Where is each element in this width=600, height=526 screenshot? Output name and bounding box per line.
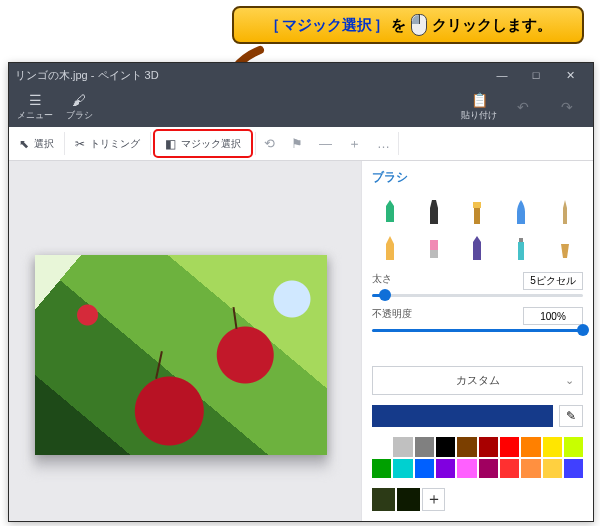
opacity-input[interactable] (523, 307, 583, 325)
menu-label: メニュー (17, 109, 53, 122)
more-button[interactable]: … (369, 127, 398, 160)
magic-select-icon: ◧ (165, 137, 176, 151)
color-swatch[interactable] (415, 437, 434, 456)
svg-rect-2 (386, 244, 394, 260)
color-swatch[interactable] (543, 437, 562, 456)
zoom-in-button[interactable]: ＋ (340, 127, 369, 160)
color-swatch[interactable] (397, 488, 420, 511)
paint3d-window: リンゴの木.jpg - ペイント 3D — □ ✕ ☰ メニュー 🖌 ブラシ 📋… (8, 62, 594, 522)
callout-bracket-open: ［ (265, 16, 280, 35)
color-swatch[interactable] (479, 459, 498, 478)
brush-eraser[interactable] (416, 232, 452, 262)
opacity-thumb[interactable] (577, 324, 589, 336)
canvas-image[interactable] (35, 255, 327, 455)
close-button[interactable]: ✕ (553, 63, 587, 87)
thickness-thumb[interactable] (379, 289, 391, 301)
thickness-input[interactable] (523, 272, 583, 290)
svg-rect-5 (518, 242, 524, 260)
select-label: 選択 (34, 137, 54, 151)
thickness-label: 太さ (372, 272, 392, 290)
color-swatch[interactable] (521, 459, 540, 478)
eyedropper-icon: ✎ (566, 409, 576, 423)
color-swatch[interactable] (436, 459, 455, 478)
separator (150, 132, 151, 155)
color-preview-row: ✎ (372, 405, 583, 427)
custom-dropdown[interactable]: カスタム (372, 366, 583, 395)
crop-button[interactable]: ✂ トリミング (65, 127, 150, 160)
color-swatch[interactable] (415, 459, 434, 478)
canvas-area[interactable] (9, 161, 361, 521)
plus-icon: ＋ (348, 135, 361, 153)
brush-pencil[interactable] (372, 232, 408, 262)
color-swatch[interactable] (457, 459, 476, 478)
current-color-preview[interactable] (372, 405, 553, 427)
brush-calligraphy[interactable] (416, 196, 452, 226)
opacity-block: 不透明度 (372, 307, 583, 332)
select-button[interactable]: ⬉ 選択 (9, 127, 64, 160)
callout-magic-select-text: マジック選択 (282, 16, 372, 35)
thickness-slider[interactable] (372, 294, 583, 297)
zoom-out-button[interactable]: — (311, 127, 340, 160)
brush-spray[interactable] (503, 232, 539, 262)
rotate-icon: ⟲ (264, 136, 275, 151)
color-swatch[interactable] (521, 437, 540, 456)
color-swatch[interactable] (479, 437, 498, 456)
window-title: リンゴの木.jpg - ペイント 3D (15, 68, 485, 83)
brush-tool-label: ブラシ (66, 109, 93, 122)
brush-tool-button[interactable]: 🖌 ブラシ (57, 87, 101, 127)
color-swatch[interactable] (436, 437, 455, 456)
menu-button[interactable]: ☰ メニュー (13, 87, 57, 127)
brush-marker[interactable] (372, 196, 408, 226)
redo-button[interactable]: ↷ (545, 87, 589, 127)
color-swatch[interactable] (372, 488, 395, 511)
color-swatch[interactable] (393, 437, 412, 456)
rotate-button[interactable]: ⟲ (256, 127, 283, 160)
callout-bracket-close: ］ (374, 16, 389, 35)
color-swatch[interactable] (543, 459, 562, 478)
svg-rect-1 (474, 208, 480, 224)
maximize-button[interactable]: □ (519, 63, 553, 87)
brush-flat[interactable] (460, 196, 496, 226)
brush-crayon[interactable] (460, 232, 496, 262)
color-swatch[interactable] (564, 459, 583, 478)
magic-select-label: マジック選択 (181, 137, 241, 151)
brush-grid (372, 196, 583, 262)
mouse-icon (411, 14, 427, 36)
paste-button[interactable]: 📋 貼り付け (457, 87, 501, 127)
brush-fine[interactable] (547, 196, 583, 226)
color-swatch[interactable] (564, 437, 583, 456)
color-palette (372, 437, 583, 478)
minimize-button[interactable]: — (485, 63, 519, 87)
brush-icon: 🖌 (72, 93, 86, 107)
panel-title: ブラシ (372, 169, 583, 186)
custom-label: カスタム (456, 373, 500, 388)
window-controls: — □ ✕ (485, 63, 587, 87)
extra-palette-row: ＋ (372, 488, 583, 511)
undo-button[interactable]: ↶ (501, 87, 545, 127)
work-area: ブラシ 太さ (9, 161, 593, 521)
svg-rect-6 (519, 238, 523, 242)
svg-rect-3 (430, 240, 438, 250)
color-swatch[interactable] (457, 437, 476, 456)
color-swatch[interactable] (393, 459, 412, 478)
color-swatch[interactable] (500, 437, 519, 456)
flip-button[interactable]: ⚑ (283, 127, 311, 160)
svg-rect-0 (473, 202, 481, 208)
main-toolbar: ☰ メニュー 🖌 ブラシ 📋 貼り付け ↶ ↷ (9, 87, 593, 127)
eyedropper-button[interactable]: ✎ (559, 405, 583, 427)
undo-icon: ↶ (517, 100, 529, 114)
paste-label: 貼り付け (461, 109, 497, 122)
magic-select-button[interactable]: ◧ マジック選択 (153, 129, 253, 158)
color-swatch[interactable] (500, 459, 519, 478)
redo-icon: ↷ (561, 100, 573, 114)
opacity-slider[interactable] (372, 329, 583, 332)
minus-icon: — (319, 136, 332, 151)
add-color-button[interactable]: ＋ (422, 488, 445, 511)
callout-click-text: クリックします。 (432, 16, 552, 35)
crop-label: トリミング (90, 137, 140, 151)
brush-fill[interactable] (547, 232, 583, 262)
brush-round[interactable] (503, 196, 539, 226)
color-swatch[interactable] (372, 437, 391, 456)
paste-icon: 📋 (471, 93, 488, 107)
color-swatch[interactable] (372, 459, 391, 478)
